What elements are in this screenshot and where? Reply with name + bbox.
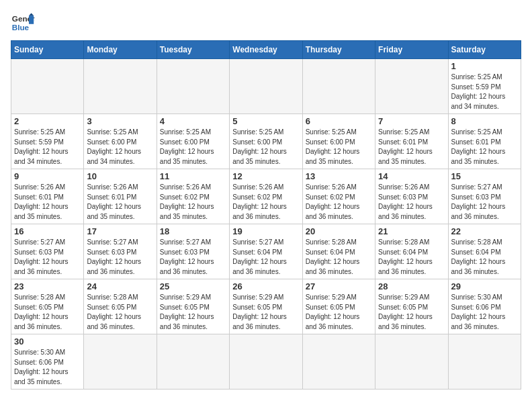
day-number: 5 [232, 116, 299, 126]
day-info: Sunrise: 5:28 AM Sunset: 6:05 PM Dayligh… [14, 293, 81, 332]
calendar-day-cell [302, 59, 375, 114]
calendar-day-cell [84, 59, 157, 114]
day-info: Sunrise: 5:29 AM Sunset: 6:05 PM Dayligh… [232, 293, 299, 332]
day-info: Sunrise: 5:27 AM Sunset: 6:03 PM Dayligh… [451, 183, 518, 222]
calendar-day-cell: 29Sunrise: 5:30 AM Sunset: 6:06 PM Dayli… [448, 279, 521, 334]
day-number: 1 [451, 61, 518, 71]
day-info: Sunrise: 5:26 AM Sunset: 6:02 PM Dayligh… [160, 183, 226, 222]
calendar-day-cell [375, 59, 448, 114]
day-number: 7 [378, 116, 445, 126]
day-number: 13 [306, 171, 372, 181]
calendar-week-row: 30Sunrise: 5:30 AM Sunset: 6:06 PM Dayli… [11, 334, 521, 390]
calendar-day-cell: 13Sunrise: 5:26 AM Sunset: 6:02 PM Dayli… [302, 169, 375, 224]
day-number: 27 [306, 281, 372, 291]
calendar-day-cell: 10Sunrise: 5:26 AM Sunset: 6:01 PM Dayli… [84, 169, 157, 224]
calendar-day-cell [302, 334, 375, 390]
day-number: 20 [306, 226, 372, 236]
calendar-day-cell: 22Sunrise: 5:28 AM Sunset: 6:04 PM Dayli… [448, 224, 521, 279]
day-info: Sunrise: 5:26 AM Sunset: 6:02 PM Dayligh… [306, 183, 372, 222]
calendar-header-row: SundayMondayTuesdayWednesdayThursdayFrid… [11, 41, 521, 59]
day-info: Sunrise: 5:25 AM Sunset: 6:01 PM Dayligh… [378, 128, 445, 167]
day-info: Sunrise: 5:27 AM Sunset: 6:04 PM Dayligh… [232, 238, 299, 277]
calendar-day-cell: 15Sunrise: 5:27 AM Sunset: 6:03 PM Dayli… [448, 169, 521, 224]
day-number: 10 [87, 171, 153, 181]
day-number: 18 [160, 226, 226, 236]
calendar-day-cell: 23Sunrise: 5:28 AM Sunset: 6:05 PM Dayli… [11, 279, 84, 334]
calendar-day-cell: 14Sunrise: 5:26 AM Sunset: 6:03 PM Dayli… [375, 169, 448, 224]
calendar-day-cell: 24Sunrise: 5:28 AM Sunset: 6:05 PM Dayli… [84, 279, 157, 334]
day-info: Sunrise: 5:29 AM Sunset: 6:05 PM Dayligh… [160, 293, 226, 332]
day-number: 23 [14, 281, 81, 291]
day-info: Sunrise: 5:25 AM Sunset: 5:59 PM Dayligh… [451, 73, 518, 111]
day-info: Sunrise: 5:28 AM Sunset: 6:05 PM Dayligh… [87, 293, 153, 332]
day-number: 26 [232, 281, 299, 291]
day-info: Sunrise: 5:30 AM Sunset: 6:06 PM Dayligh… [14, 348, 81, 387]
calendar-day-cell: 8Sunrise: 5:25 AM Sunset: 6:01 PM Daylig… [448, 114, 521, 169]
day-number: 3 [87, 116, 153, 126]
day-number: 15 [451, 171, 518, 181]
day-number: 11 [160, 171, 226, 181]
calendar-week-row: 16Sunrise: 5:27 AM Sunset: 6:03 PM Dayli… [11, 224, 521, 279]
calendar-table: SundayMondayTuesdayWednesdayThursdayFrid… [11, 40, 521, 390]
svg-text:Blue: Blue [12, 23, 30, 32]
day-info: Sunrise: 5:25 AM Sunset: 5:59 PM Dayligh… [14, 128, 81, 167]
calendar-day-cell: 19Sunrise: 5:27 AM Sunset: 6:04 PM Dayli… [230, 224, 302, 279]
calendar-week-row: 1Sunrise: 5:25 AM Sunset: 5:59 PM Daylig… [11, 59, 521, 114]
calendar-day-cell [157, 59, 229, 114]
calendar-week-row: 2Sunrise: 5:25 AM Sunset: 5:59 PM Daylig… [11, 114, 521, 169]
day-info: Sunrise: 5:26 AM Sunset: 6:03 PM Dayligh… [378, 183, 445, 222]
day-info: Sunrise: 5:27 AM Sunset: 6:03 PM Dayligh… [87, 238, 153, 277]
calendar-day-cell [230, 59, 302, 114]
day-info: Sunrise: 5:26 AM Sunset: 6:01 PM Dayligh… [87, 183, 153, 222]
day-header-tuesday: Tuesday [157, 41, 229, 59]
calendar-day-cell [375, 334, 448, 390]
calendar-day-cell [157, 334, 229, 390]
calendar-day-cell: 5Sunrise: 5:25 AM Sunset: 6:00 PM Daylig… [230, 114, 302, 169]
day-info: Sunrise: 5:26 AM Sunset: 6:01 PM Dayligh… [14, 183, 81, 222]
calendar-day-cell: 30Sunrise: 5:30 AM Sunset: 6:06 PM Dayli… [11, 334, 84, 390]
day-info: Sunrise: 5:25 AM Sunset: 6:00 PM Dayligh… [306, 128, 372, 167]
calendar-day-cell: 12Sunrise: 5:26 AM Sunset: 6:02 PM Dayli… [230, 169, 302, 224]
calendar-day-cell: 25Sunrise: 5:29 AM Sunset: 6:05 PM Dayli… [157, 279, 229, 334]
day-header-friday: Friday [375, 41, 448, 59]
day-info: Sunrise: 5:30 AM Sunset: 6:06 PM Dayligh… [451, 293, 518, 332]
day-info: Sunrise: 5:25 AM Sunset: 6:01 PM Dayligh… [451, 128, 518, 167]
calendar-day-cell [230, 334, 302, 390]
day-number: 6 [306, 116, 372, 126]
calendar-day-cell: 4Sunrise: 5:25 AM Sunset: 6:00 PM Daylig… [157, 114, 229, 169]
day-number: 8 [451, 116, 518, 126]
calendar-day-cell: 7Sunrise: 5:25 AM Sunset: 6:01 PM Daylig… [375, 114, 448, 169]
day-header-saturday: Saturday [448, 41, 521, 59]
page-header: General Blue [11, 11, 521, 35]
day-number: 28 [378, 281, 445, 291]
calendar-day-cell: 6Sunrise: 5:25 AM Sunset: 6:00 PM Daylig… [302, 114, 375, 169]
day-header-monday: Monday [84, 41, 157, 59]
calendar-day-cell: 27Sunrise: 5:29 AM Sunset: 6:05 PM Dayli… [302, 279, 375, 334]
day-number: 16 [14, 226, 81, 236]
day-number: 24 [87, 281, 153, 291]
day-info: Sunrise: 5:28 AM Sunset: 6:04 PM Dayligh… [306, 238, 372, 277]
calendar-day-cell: 2Sunrise: 5:25 AM Sunset: 5:59 PM Daylig… [11, 114, 84, 169]
day-number: 4 [160, 116, 226, 126]
day-number: 22 [451, 226, 518, 236]
calendar-week-row: 9Sunrise: 5:26 AM Sunset: 6:01 PM Daylig… [11, 169, 521, 224]
calendar-day-cell [11, 59, 84, 114]
logo: General Blue [11, 11, 35, 35]
day-number: 29 [451, 281, 518, 291]
calendar-day-cell: 1Sunrise: 5:25 AM Sunset: 5:59 PM Daylig… [448, 59, 521, 114]
logo-icon: General Blue [11, 11, 35, 35]
day-header-sunday: Sunday [11, 41, 84, 59]
day-info: Sunrise: 5:26 AM Sunset: 6:02 PM Dayligh… [232, 183, 299, 222]
calendar-day-cell: 16Sunrise: 5:27 AM Sunset: 6:03 PM Dayli… [11, 224, 84, 279]
day-number: 30 [14, 336, 81, 347]
day-info: Sunrise: 5:25 AM Sunset: 6:00 PM Dayligh… [232, 128, 299, 167]
calendar-day-cell: 20Sunrise: 5:28 AM Sunset: 6:04 PM Dayli… [302, 224, 375, 279]
calendar-day-cell: 11Sunrise: 5:26 AM Sunset: 6:02 PM Dayli… [157, 169, 229, 224]
day-number: 17 [87, 226, 153, 236]
day-number: 9 [14, 171, 81, 181]
day-info: Sunrise: 5:27 AM Sunset: 6:03 PM Dayligh… [160, 238, 226, 277]
day-number: 12 [232, 171, 299, 181]
day-info: Sunrise: 5:25 AM Sunset: 6:00 PM Dayligh… [87, 128, 153, 167]
day-info: Sunrise: 5:28 AM Sunset: 6:04 PM Dayligh… [378, 238, 445, 277]
calendar-day-cell: 28Sunrise: 5:29 AM Sunset: 6:05 PM Dayli… [375, 279, 448, 334]
